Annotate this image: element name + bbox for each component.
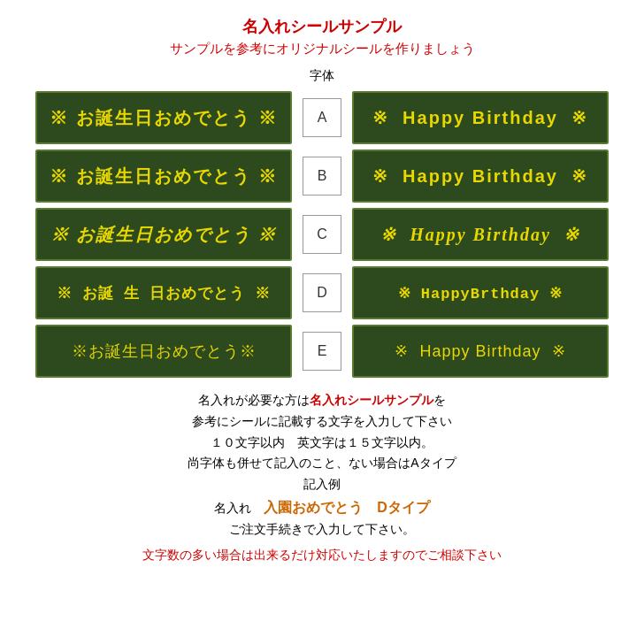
sticker-jp-c: ※ お誕生日おめでとう ※ — [35, 208, 292, 261]
label-box-c: C — [303, 215, 341, 254]
sticker-jp-d: ※ お誕 生 日おめでとう ※ — [35, 266, 292, 319]
sticker-en-text-c: ※ Happy Birthday ※ — [380, 224, 580, 245]
sticker-en-b: ※ Happy Birthday ※ — [352, 150, 609, 203]
bottom-warning: 文字数の多い場合は出来るだけ対応いたしますのでご相談下さい — [18, 548, 626, 564]
sticker-en-text-b: ※ Happy Birthday ※ — [372, 165, 588, 187]
label-box-d: D — [303, 273, 341, 312]
label-b: B — [318, 168, 327, 184]
desc-line1: 名入れが必要な方は名入れシールサンプルを — [18, 390, 626, 411]
sticker-jp-text-d: ※ お誕 生 日おめでとう ※ — [57, 283, 272, 303]
sticker-jp-e: ※お誕生日おめでとう※ — [35, 325, 292, 378]
sticker-en-text-e: ※ Happy Birthday ※ — [395, 341, 565, 361]
sticker-en-e: ※ Happy Birthday ※ — [352, 325, 609, 378]
desc-link: 名入れシールサンプル — [310, 393, 433, 407]
sticker-jp-a: ※ お誕生日おめでとう ※ — [35, 91, 292, 144]
label-box-b: B — [303, 157, 341, 196]
label-e: E — [318, 343, 327, 359]
sticker-jp-b: ※ お誕生日おめでとう ※ — [35, 150, 292, 203]
sticker-row-c: ※ お誕生日おめでとう ※ C ※ Happy Birthday ※ — [18, 208, 626, 261]
sticker-jp-text-a: ※ お誕生日おめでとう ※ — [50, 106, 277, 130]
sticker-en-d: ※ HappyBrthday ※ — [352, 266, 609, 319]
label-box-a: A — [303, 98, 341, 137]
label-c: C — [317, 226, 327, 242]
page-subtitle: サンプルを参考にオリジナルシールを作りましょう — [170, 41, 475, 58]
label-box-e: E — [303, 332, 341, 371]
label-a: A — [318, 110, 327, 126]
sticker-row-e: ※お誕生日おめでとう※ E ※ Happy Birthday ※ — [18, 325, 626, 378]
desc-line3: １０文字以内 英文字は１５文字以内。 — [18, 433, 626, 454]
sticker-row-d: ※ お誕 生 日おめでとう ※ D ※ HappyBrthday ※ — [18, 266, 626, 319]
sticker-jp-text-b: ※ お誕生日おめでとう ※ — [50, 165, 277, 188]
sticker-jp-text-e: ※お誕生日おめでとう※ — [72, 341, 257, 362]
sticker-en-c: ※ Happy Birthday ※ — [352, 208, 609, 261]
desc-line5: 記入例 — [18, 474, 626, 495]
sticker-en-text-d: ※ HappyBrthday ※ — [398, 284, 564, 303]
sticker-en-a: ※ Happy Birthday ※ — [352, 91, 609, 144]
desc-example: 入園おめでとう Dタイプ — [264, 500, 430, 515]
page-title: 名入れシールサンプル — [242, 16, 402, 37]
sticker-row-a: ※ お誕生日おめでとう ※ A ※ Happy Birthday ※ — [18, 91, 626, 144]
desc-line4: 尚字体も併せて記入のこと、ない場合はAタイプ — [18, 453, 626, 474]
sticker-jp-text-c: ※ お誕生日おめでとう ※ — [50, 223, 277, 247]
desc-line2: 参考にシールに記載する文字を入力して下さい — [18, 411, 626, 433]
desc-line7: ご注文手続きで入力して下さい。 — [18, 519, 626, 540]
description-area: 名入れが必要な方は名入れシールサンプルを 参考にシールに記載する文字を入力して下… — [18, 390, 626, 540]
label-d: D — [317, 285, 327, 301]
desc-line6: 名入れ 入園おめでとう Dタイプ — [18, 495, 626, 519]
font-section-label: 字体 — [310, 68, 334, 84]
sticker-row-b: ※ お誕生日おめでとう ※ B ※ Happy Birthday ※ — [18, 150, 626, 203]
sticker-en-text-a: ※ Happy Birthday ※ — [372, 107, 588, 128]
sticker-rows: ※ お誕生日おめでとう ※ A ※ Happy Birthday ※ ※ お誕生… — [18, 91, 626, 378]
